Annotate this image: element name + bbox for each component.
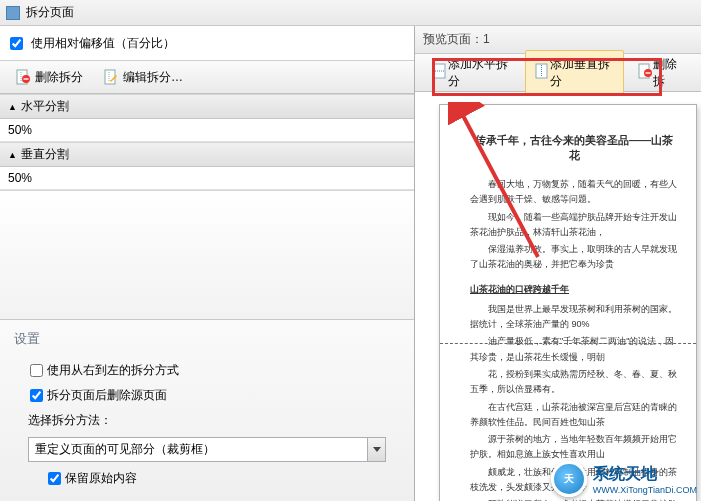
document-content: 传承千年，古往今来的美容圣品——山茶花 春回大地，万物复苏，随着天气的回暖，有些…: [440, 105, 696, 501]
edit-split-button[interactable]: 编辑拆分…: [94, 65, 192, 90]
svg-rect-3: [24, 79, 29, 80]
watermark-text-en: WWW.XiTongTianDi.COM: [593, 485, 697, 495]
svg-rect-12: [645, 72, 650, 73]
delete-source-label: 拆分页面后删除源页面: [47, 387, 167, 404]
watermark-text-cn: 系统天地: [593, 464, 697, 485]
split-method-value: 重定义页面的可见部分（裁剪框）: [29, 438, 367, 461]
use-relative-offset-label: 使用相对偏移值（百分比）: [31, 36, 175, 50]
delete-source-checkbox[interactable]: [30, 389, 43, 402]
page-preview[interactable]: 传承千年，古往今来的美容圣品——山茶花 春回大地，万物复苏，随着天气的回暖，有些…: [439, 104, 697, 501]
rtl-split-checkbox[interactable]: [30, 364, 43, 377]
horizontal-section-header[interactable]: ▲ 水平分割: [0, 94, 414, 119]
split-guide-horizontal: [440, 343, 696, 344]
vertical-value-row[interactable]: 50%: [0, 167, 414, 190]
watermark-logo-icon: 天: [551, 461, 587, 497]
left-panel: 使用相对偏移值（百分比） 删除拆分 编辑拆分… ▲ 水平分割 50% ▲: [0, 26, 415, 501]
horizontal-split-icon: [432, 63, 448, 82]
delete-icon: [15, 69, 31, 85]
delete-split-button-right[interactable]: 删除拆: [628, 50, 693, 96]
add-vertical-split-button[interactable]: 添加垂直拆分: [525, 50, 623, 96]
collapse-icon: ▲: [8, 150, 17, 160]
horizontal-value-row[interactable]: 50%: [0, 119, 414, 142]
right-toolbar: 添加水平拆分 添加垂直拆分 删除拆: [415, 54, 701, 92]
window-title: 拆分页面: [26, 4, 74, 21]
settings-header: 设置: [14, 330, 400, 348]
delete-split-button[interactable]: 删除拆分: [6, 65, 92, 90]
split-method-select[interactable]: 重定义页面的可见部分（裁剪框）: [28, 437, 386, 462]
dropdown-arrow-icon: [367, 438, 385, 461]
keep-original-checkbox[interactable]: [48, 472, 61, 485]
vertical-split-icon: [534, 63, 550, 82]
edit-icon: [103, 69, 119, 85]
right-panel: 预览页面：1 添加水平拆分 添加垂直拆分 删除拆: [415, 26, 701, 501]
rtl-split-label: 使用从右到左的拆分方式: [47, 362, 179, 379]
list-filler: [0, 190, 414, 320]
keep-original-label: 保留原始内容: [65, 470, 137, 487]
add-horizontal-split-button[interactable]: 添加水平拆分: [423, 50, 521, 96]
left-toolbar: 删除拆分 编辑拆分…: [0, 60, 414, 94]
collapse-icon: ▲: [8, 102, 17, 112]
watermark: 天 系统天地 WWW.XiTongTianDi.COM: [551, 461, 697, 497]
delete-icon: [637, 63, 653, 82]
app-icon: [6, 6, 20, 20]
settings-panel: 设置 使用从右到左的拆分方式 拆分页面后删除源页面 选择拆分方法： 重定义页面的…: [0, 320, 414, 501]
method-label: 选择拆分方法：: [28, 412, 112, 429]
svg-rect-4: [105, 70, 115, 84]
titlebar: 拆分页面: [0, 0, 701, 26]
use-relative-offset-checkbox[interactable]: [10, 37, 23, 50]
vertical-section-header[interactable]: ▲ 垂直分割: [0, 142, 414, 167]
